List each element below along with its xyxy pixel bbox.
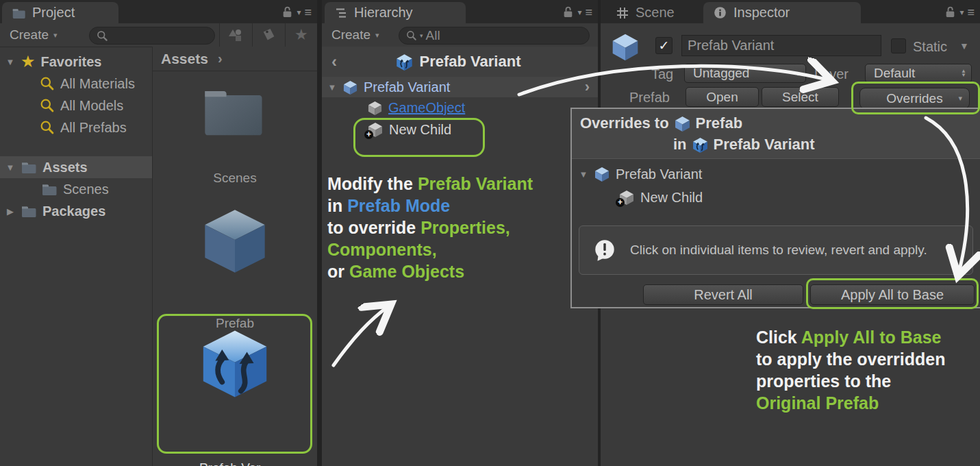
panel-menu-icon[interactable]: ≡ — [967, 6, 975, 19]
favorites-star-icon[interactable]: ★ — [294, 26, 308, 44]
asset-item-prefab-variant[interactable]: Prefab Var... — [153, 321, 317, 466]
project-create-button[interactable]: Create ▾ — [5, 27, 62, 43]
popup-item-label: New Child — [640, 190, 703, 206]
tree-item-favorites[interactable]: ▼ ★ Favorites — [0, 51, 152, 73]
info-icon — [713, 5, 727, 20]
chevron-down-icon: ▾ — [796, 69, 800, 78]
lock-icon[interactable] — [562, 5, 574, 19]
tab-project[interactable]: Project — [2, 2, 118, 23]
popup-title-in: in — [673, 136, 687, 154]
search-by-label-icon[interactable] — [260, 27, 277, 43]
lock-icon[interactable] — [281, 5, 293, 19]
prefab-select-button[interactable]: Select — [762, 87, 839, 107]
hierarchy-create-button[interactable]: Create ▾ — [327, 27, 384, 43]
tag-value: Untagged — [693, 66, 749, 81]
hierarchy-row-new-child[interactable]: + New Child — [367, 119, 451, 140]
panel-menu-icon[interactable]: ≡ — [304, 6, 312, 19]
popup-title-target: Prefab — [696, 114, 742, 132]
foldout-open-icon[interactable]: ▼ — [327, 82, 337, 93]
project-panel: Project ▾ ≡ Create ▾ ★ — [0, 0, 317, 466]
chevron-right-icon: › — [218, 51, 223, 66]
foldout-open-icon[interactable]: ▼ — [5, 57, 15, 67]
annotation-line: to apply the overridden — [756, 348, 945, 370]
static-dropdown-icon[interactable]: ▼ — [959, 40, 969, 51]
select-label: Select — [782, 90, 818, 105]
hierarchy-row-prefab-variant[interactable]: ▼ Prefab Variant › — [322, 77, 598, 97]
search-icon — [40, 76, 55, 91]
tree-item-packages[interactable]: ▶ Packages — [0, 200, 152, 222]
layer-dropdown[interactable]: Default ▲▼ — [865, 64, 972, 83]
chevron-down-icon: ▾ — [958, 94, 962, 103]
overrides-popup: Overrides to Prefab in Prefab Variant ▼ … — [570, 108, 980, 308]
hierarchy-search-input[interactable]: ▾ All — [399, 27, 590, 45]
tree-item-all-models[interactable]: All Models — [40, 95, 123, 116]
static-checkbox[interactable] — [891, 38, 906, 53]
hierarchy-toolbar: Create ▾ ▾ All — [322, 23, 598, 47]
prefab-overrides-dropdown[interactable]: Overrides ▾ — [859, 88, 970, 109]
folder-icon — [21, 204, 37, 218]
star-icon: ★ — [21, 53, 36, 70]
search-value: All — [426, 28, 440, 43]
tab-inspector-label: Inspector — [733, 5, 790, 21]
foldout-open-icon[interactable]: ▼ — [5, 162, 15, 173]
prefab-row-label: Prefab — [629, 90, 670, 106]
favorite-item-label: All Materials — [60, 76, 135, 92]
active-checkbox[interactable]: ✓ — [655, 37, 673, 54]
create-label: Create — [331, 27, 370, 42]
added-object-plus-icon: + — [616, 198, 625, 207]
annotation-line: properties to the — [756, 370, 945, 392]
back-chevron-icon[interactable]: ‹ — [331, 52, 337, 71]
annotation-segment: Click — [756, 328, 801, 347]
tab-inspector[interactable]: Inspector — [703, 2, 861, 23]
lock-icon[interactable] — [944, 5, 956, 19]
popup-row-new-child[interactable]: + New Child — [618, 187, 703, 208]
tree-item-all-prefabs[interactable]: All Prefabs — [40, 116, 127, 138]
asset-item-scenes[interactable]: Scenes — [153, 77, 317, 214]
exclamation-icon — [592, 237, 618, 263]
inspector-tabbar: Scene Inspector ▾ ≡ — [601, 0, 980, 23]
tab-hierarchy[interactable]: Hierarchy — [325, 2, 466, 23]
annotation-segment: Prefab Variant — [418, 174, 533, 193]
breadcrumb-assets[interactable]: Assets — [161, 51, 208, 67]
project-grid: Assets › Scenes — [152, 47, 317, 466]
annotation-line: or Game Objects — [327, 260, 533, 282]
apply-all-to-base-button[interactable]: Apply All to Base — [810, 284, 975, 305]
tab-scene[interactable]: Scene — [606, 2, 684, 23]
foldout-open-icon[interactable]: ▼ — [579, 169, 588, 180]
tree-item-scenes[interactable]: Scenes — [41, 178, 109, 200]
panel-menu-caret-icon[interactable]: ▾ — [577, 8, 581, 16]
panel-menu-caret-icon[interactable]: ▾ — [959, 8, 964, 16]
scenes-label: Scenes — [63, 182, 109, 197]
asset-item-prefab[interactable]: Prefab — [153, 203, 317, 326]
prefab-open-button[interactable]: Open — [686, 87, 759, 107]
prefab-cube-icon — [594, 166, 610, 182]
panel-menu-icon[interactable]: ≡ — [585, 6, 592, 19]
check-icon: ✓ — [659, 38, 670, 53]
inspector-panel-controls: ▾ ≡ — [944, 5, 975, 19]
layer-label: Layer — [814, 66, 849, 82]
hierarchy-row-gameobject[interactable]: GameObject — [367, 98, 465, 117]
gameobject-name-field[interactable]: Prefab Variant — [681, 35, 881, 56]
project-toolbar: Create ▾ ★ — [0, 23, 317, 47]
annotation-segment: Properties, — [420, 218, 510, 237]
search-by-type-icon[interactable] — [227, 27, 244, 43]
tree-item-assets[interactable]: ▼ Assets — [0, 156, 152, 178]
tree-item-all-materials[interactable]: All Materials — [40, 73, 135, 95]
project-search-input[interactable] — [89, 27, 215, 45]
popup-title-variant: Prefab Variant — [714, 136, 815, 154]
toolbar-divider — [285, 23, 286, 47]
panel-menu-caret-icon[interactable]: ▾ — [297, 8, 301, 16]
popup-row-prefab-variant[interactable]: ▼ Prefab Variant — [579, 164, 702, 184]
hierarchy-item-label: GameObject — [388, 100, 465, 116]
search-filter-caret-icon[interactable]: ▾ — [420, 32, 423, 39]
tag-dropdown[interactable]: Untagged ▾ — [684, 64, 806, 83]
folder-asset-icon — [199, 81, 271, 141]
annotation-line: Click Apply All to Base — [756, 326, 945, 348]
chevron-right-icon[interactable]: › — [585, 78, 590, 96]
overrides-info-box: Click on individual items to review, rev… — [579, 225, 973, 275]
foldout-closed-icon[interactable]: ▶ — [5, 206, 15, 217]
folder-icon — [21, 160, 37, 174]
revert-all-button[interactable]: Revert All — [643, 284, 803, 305]
prefab-asset-icon — [199, 206, 271, 277]
create-label: Create — [10, 27, 49, 42]
